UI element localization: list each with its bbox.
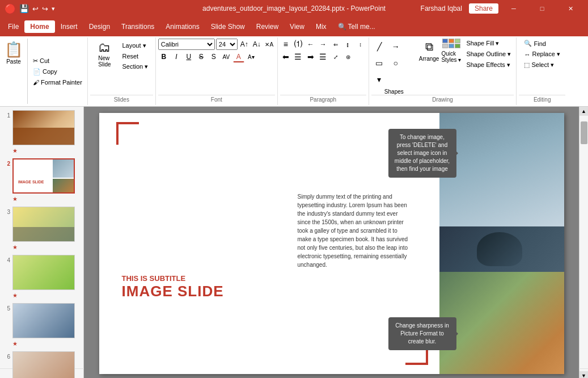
menu-review[interactable]: Review xyxy=(251,20,284,33)
font-family-select[interactable]: Calibri xyxy=(158,39,215,50)
font-size-decrease-button[interactable]: A↓ xyxy=(251,39,263,50)
text-highlight-button[interactable]: A▾ xyxy=(246,51,257,62)
menu-insert[interactable]: Insert xyxy=(55,20,83,33)
new-slide-button[interactable]: 🗂 NewSlide xyxy=(92,39,117,69)
select-button[interactable]: ⬚ Select ▾ xyxy=(521,60,557,70)
align-left-button[interactable]: ⬅ xyxy=(280,51,291,62)
drawing-section: ╱ → ▭ ○ ▾ Shapes ⧉ Arrange xyxy=(369,37,517,105)
canvas-area: THIS IS SUBTITLE IMAGE SLIDE Simply dumm… xyxy=(84,107,579,378)
customize-icon[interactable]: ▾ xyxy=(52,5,55,12)
shape-arrow[interactable]: → xyxy=(388,39,404,54)
canvas-wrapper: THIS IS SUBTITLE IMAGE SLIDE Simply dumm… xyxy=(84,107,588,378)
shape-fill-button[interactable]: Shape Fill ▾ xyxy=(463,39,514,48)
minimize-button[interactable]: ─ xyxy=(501,0,527,17)
copy-button[interactable]: 📄 Copy xyxy=(30,67,85,77)
menu-view[interactable]: View xyxy=(284,20,310,33)
scroll-thumb[interactable] xyxy=(581,121,587,144)
slide-thumb-5[interactable]: 5 ★ xyxy=(2,302,81,348)
align-right-button[interactable]: ➡ xyxy=(305,51,316,62)
clipboard-sub: ✂ Cut 📄 Copy 🖌 Format Painter xyxy=(28,39,87,104)
quick-styles-label[interactable]: QuickStyles ▾ xyxy=(441,51,461,63)
drawing-label: Drawing xyxy=(371,95,514,104)
shape-effects-button[interactable]: Shape Effects ▾ xyxy=(463,60,514,70)
menu-design[interactable]: Design xyxy=(83,20,116,33)
shape-more[interactable]: ▾ xyxy=(371,72,387,87)
paste-button[interactable]: 📋 Paste xyxy=(0,39,28,104)
shape-line[interactable]: ╱ xyxy=(371,39,387,54)
text-direction-button[interactable]: ⤢ xyxy=(330,51,341,62)
numbered-list-button[interactable]: ⑴ xyxy=(293,39,304,50)
vertical-scrollbar[interactable]: ▲ ▼ xyxy=(579,107,588,378)
slide-preview-6 xyxy=(12,351,75,378)
shape-rect[interactable]: ▭ xyxy=(371,55,387,71)
shape-oval[interactable]: ○ xyxy=(388,55,404,71)
undo-icon[interactable]: ↩ xyxy=(32,5,39,13)
maximize-button[interactable]: □ xyxy=(529,0,555,17)
font-size-select[interactable]: 24 xyxy=(216,39,238,50)
reset-button[interactable]: Reset xyxy=(119,52,151,61)
slide-thumb-2[interactable]: 2 IMAGE SLIDE ★ xyxy=(2,157,81,203)
paste-icon: 📋 xyxy=(5,41,23,58)
redo-icon[interactable]: ↪ xyxy=(42,5,48,13)
shadow-button[interactable]: S xyxy=(208,51,219,62)
scroll-up-button[interactable]: ▲ xyxy=(579,107,589,116)
shapes-label: Shapes xyxy=(384,89,404,95)
layout-button[interactable]: Layout ▾ xyxy=(119,41,151,51)
scroll-track xyxy=(579,116,588,371)
menu-file[interactable]: File xyxy=(2,20,24,33)
save-icon[interactable]: 💾 xyxy=(19,4,29,13)
menu-transitions[interactable]: Transitions xyxy=(116,20,160,33)
bullets-button[interactable]: ≡ xyxy=(280,39,291,50)
convert-smartart-button[interactable]: ⊛ xyxy=(342,51,354,62)
line-spacing-button[interactable]: ↕ xyxy=(355,39,366,50)
section-button[interactable]: Section ▾ xyxy=(119,62,151,72)
menu-tell-me[interactable]: 🔍 Tell me... xyxy=(332,20,381,33)
align-center-button[interactable]: ☰ xyxy=(293,51,304,62)
strikethrough-button[interactable]: S xyxy=(196,51,207,62)
slide-image-bottom xyxy=(439,272,564,374)
italic-button[interactable]: I xyxy=(171,51,182,62)
user-name: Farshad Iqbal xyxy=(421,5,462,12)
arrange-label: Arrange xyxy=(419,56,439,62)
quick-styles-group: QuickStyles ▾ xyxy=(441,39,461,63)
clipboard-section: 📋 Paste ✂ Cut 📄 Copy 🖌 Format Painter Cl… xyxy=(0,37,88,105)
rtl-button[interactable]: ⇐ xyxy=(330,39,341,50)
menu-mix[interactable]: Mix xyxy=(310,20,332,33)
slide-thumb-4[interactable]: 4 ★ xyxy=(2,254,81,300)
find-button[interactable]: 🔍 Find xyxy=(521,39,548,48)
justify-button[interactable]: ☰ xyxy=(318,51,329,62)
slide-thumb-6[interactable]: 6 ★ xyxy=(2,350,81,378)
replace-button[interactable]: ↔ Replace ▾ xyxy=(521,49,562,59)
cut-button[interactable]: ✂ Cut xyxy=(30,56,85,66)
app-icon: 🔴 xyxy=(5,3,16,14)
slide-preview-1 xyxy=(12,110,75,145)
font-color-button[interactable]: A xyxy=(233,51,244,62)
slides-panel: 1 ★ 2 IMAGE SLIDE xyxy=(0,107,84,378)
menu-animations[interactable]: Animations xyxy=(160,20,205,33)
font-label: Font xyxy=(158,95,275,104)
share-button[interactable]: Share xyxy=(469,3,498,14)
underline-button[interactable]: U xyxy=(183,51,194,62)
arrange-icon[interactable]: ⧉ xyxy=(421,39,437,54)
columns-button[interactable]: ⫿ xyxy=(342,39,354,50)
slide-thumb-1[interactable]: 1 ★ xyxy=(2,109,81,155)
editing-section: 🔍 Find ↔ Replace ▾ ⬚ Select ▾ Editing xyxy=(517,37,568,105)
indent-increase-button[interactable]: → xyxy=(318,39,329,50)
menu-slideshow[interactable]: Slide Show xyxy=(205,20,251,33)
shape-outline-button[interactable]: Shape Outline ▾ xyxy=(463,49,514,59)
font-size-increase-button[interactable]: A↑ xyxy=(239,39,250,50)
window-title: adventures_outdoor_image_layout_20284.pp… xyxy=(202,5,386,12)
menu-home[interactable]: Home xyxy=(24,20,54,33)
slides-section: 🗂 NewSlide Layout ▾ Reset Section ▾ Slid… xyxy=(88,37,156,105)
char-spacing-button[interactable]: AV xyxy=(221,51,232,62)
clear-format-button[interactable]: ✕A xyxy=(264,39,275,50)
bold-button[interactable]: B xyxy=(158,51,170,62)
format-painter-button[interactable]: 🖌 Format Painter xyxy=(30,78,85,87)
shapes-group: ╱ → ▭ ○ ▾ Shapes xyxy=(371,39,417,95)
slide-canvas[interactable]: THIS IS SUBTITLE IMAGE SLIDE Simply dumm… xyxy=(99,113,564,374)
slide-thumb-3[interactable]: 3 ★ xyxy=(2,205,81,251)
indent-decrease-button[interactable]: ← xyxy=(305,39,316,50)
select-icon: ⬚ xyxy=(524,61,530,69)
close-button[interactable]: ✕ xyxy=(557,0,583,17)
paragraph-label: Paragraph xyxy=(280,95,366,104)
